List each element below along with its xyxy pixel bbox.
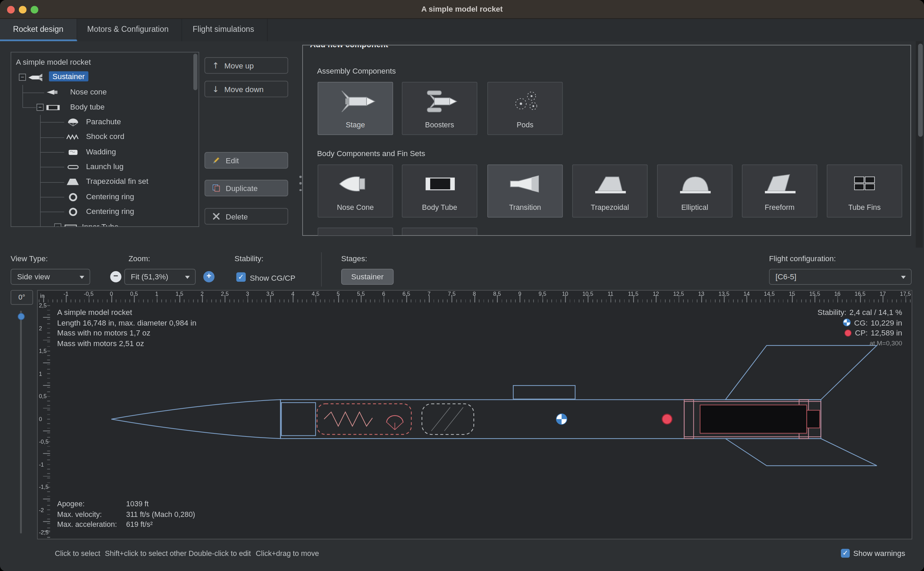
edit-button[interactable]: Edit [205, 152, 288, 168]
ruler-label: 9,5 [539, 291, 547, 297]
motor-nozzle-outline[interactable] [807, 410, 819, 428]
ruler-label: 8,5 [493, 291, 501, 297]
ruler-label: 2 [39, 325, 42, 331]
delete-button[interactable]: Delete [205, 208, 288, 225]
ruler-vertical: 2,521,510,50-0,5-1-1,5-2-2,5 [38, 302, 50, 539]
zoom-select[interactable]: Fit (51,3%) [124, 269, 196, 284]
duplicate-icon [212, 184, 220, 192]
expander-icon[interactable]: − [37, 104, 44, 111]
tab-rocket-design[interactable]: Rocket design [0, 19, 77, 41]
hint-double-click: Double-click to edit [189, 549, 251, 558]
tree-row-fin-set[interactable]: Trapezoidal fin set [11, 174, 199, 189]
component-tile-boosters[interactable]: Boosters [402, 82, 477, 135]
tree-row-shock-cord[interactable]: Shock cord [11, 130, 199, 145]
tree-row-body-tube[interactable]: − Body tube [11, 100, 199, 115]
tab-motors-configuration[interactable]: Motors & Configuration [74, 19, 182, 41]
max-velocity-label: Max. velocity: [57, 510, 126, 520]
tree-label: Sustainer [49, 71, 88, 81]
component-tile-stage[interactable]: Stage [317, 82, 393, 135]
ruler-label: 6 [382, 291, 385, 297]
panel-scrollbar-thumb[interactable] [918, 43, 923, 137]
ruler-label: 15,5 [809, 291, 820, 297]
tree-row-launch-lug[interactable]: Launch lug [11, 160, 199, 174]
tree-row-centering-ring-1[interactable]: Centering ring [11, 190, 199, 204]
move-up-button[interactable]: ↑ Move up [205, 57, 288, 74]
nose-cone-outline[interactable] [111, 400, 280, 438]
zoom-in-button[interactable]: + [203, 271, 214, 282]
tree-label: Centering ring [86, 192, 134, 201]
ruler-label: 3 [246, 291, 249, 297]
show-cg-cp-checkbox[interactable]: ✓ [236, 273, 246, 282]
nose-cone-icon [46, 88, 61, 97]
component-tile-trapezoidal[interactable]: Trapezoidal [572, 164, 647, 218]
max-velocity-value: 311 ft/s (Mach 0,280) [126, 510, 195, 520]
cp-legend-icon [844, 329, 852, 337]
move-down-button[interactable]: ↓ Move down [205, 81, 288, 97]
tree-row-parachute[interactable]: Parachute [11, 115, 199, 130]
view-type-select[interactable]: Side view [11, 269, 90, 284]
tab-flight-simulations[interactable]: Flight simulations [180, 19, 268, 41]
tree-row-centering-ring-2[interactable]: Centering ring [11, 205, 199, 219]
launch-lug-outline[interactable] [513, 386, 575, 399]
rotation-slider-thumb[interactable] [17, 313, 25, 320]
centering-ring-icon [65, 207, 81, 216]
cp-label: CP: [855, 327, 867, 338]
expander-icon[interactable]: − [54, 224, 61, 227]
centering-ring-outline[interactable] [684, 400, 694, 438]
rotation-value: 0° [11, 290, 33, 305]
fin-bottom-outline[interactable] [725, 438, 877, 466]
view-toolbar: View Type: Side view Zoom: − Fit (51,3%)… [0, 247, 924, 289]
wadding-outline[interactable] [422, 404, 474, 435]
tree-row-nose-cone[interactable]: Nose cone [11, 85, 199, 100]
ruler-label: 1,5 [176, 291, 183, 297]
component-tile-pods[interactable]: Pods [487, 82, 563, 135]
cp-value: 12,589 in [871, 327, 902, 338]
cp-marker [662, 414, 672, 424]
view-type-value: Side view [17, 273, 50, 281]
component-tile-freeform[interactable]: Freeform [742, 164, 817, 218]
tree-row-inner-tube[interactable]: − Inner Tube [11, 220, 199, 227]
nose-shoulder-outline[interactable] [281, 403, 316, 435]
ruler-label: 7,5 [448, 291, 456, 297]
parachute-lines-glyph [387, 423, 402, 430]
shock-cord-outline[interactable] [324, 412, 372, 426]
show-warnings-checkbox[interactable]: ✓ [841, 549, 850, 558]
ruler-label: -1,5 [39, 484, 49, 490]
tree-scrollbar-thumb[interactable] [193, 54, 197, 90]
launch-lug-icon [65, 163, 81, 171]
main-tabbar: Rocket design Motors & Configuration Fli… [0, 19, 924, 41]
tree-row-sustainer[interactable]: − Sustainer [11, 70, 199, 85]
stability-block: Stability: 2,4 cal / 14,1 % CG: 10,229 i… [818, 307, 902, 349]
flight-config-select[interactable]: [C6-5] [769, 269, 912, 284]
expander-icon[interactable]: − [19, 74, 26, 81]
component-tree[interactable]: A simple model rocket − Sustainer Nose c… [11, 52, 199, 227]
component-tile-transition[interactable]: Transition [487, 164, 563, 218]
parachute-outline[interactable] [317, 404, 411, 435]
motor-outline[interactable] [700, 405, 807, 434]
tree-row-wadding[interactable]: Wadding [11, 145, 199, 160]
rotation-slider[interactable] [20, 310, 22, 533]
component-tile-tube-fins[interactable]: Tube Fins [827, 164, 902, 218]
zoom-out-button[interactable]: − [110, 271, 122, 282]
rocket-canvas[interactable]: -1-0,500,511,522,533,544,555,566,577,588… [37, 290, 912, 539]
ruler-label: 5 [337, 291, 340, 297]
transition-icon [501, 170, 551, 198]
duplicate-button[interactable]: Duplicate [205, 180, 288, 196]
component-tile-partial[interactable] [402, 228, 477, 236]
chevron-down-icon [185, 276, 190, 279]
component-tile-elliptical[interactable]: Elliptical [657, 164, 732, 218]
ruler-label: 2,5 [221, 291, 229, 297]
ruler-label: -0,5 [84, 291, 94, 297]
component-tile-partial[interactable] [317, 228, 393, 236]
delete-label: Delete [226, 212, 248, 221]
component-tile-body-tube[interactable]: Body Tube [402, 164, 477, 218]
cg-marker [556, 414, 567, 424]
ruler-label: 14 [744, 291, 750, 297]
fin-top-outline[interactable] [725, 346, 877, 400]
stage-toggle-sustainer[interactable]: Sustainer [341, 269, 394, 284]
ruler-label: 16 [834, 291, 841, 297]
ruler-label: 10 [562, 291, 568, 297]
splitter-handle-vertical[interactable] [299, 176, 302, 191]
freeform-fin-icon [756, 170, 805, 198]
component-tile-nose-cone[interactable]: Nose Cone [317, 164, 393, 218]
